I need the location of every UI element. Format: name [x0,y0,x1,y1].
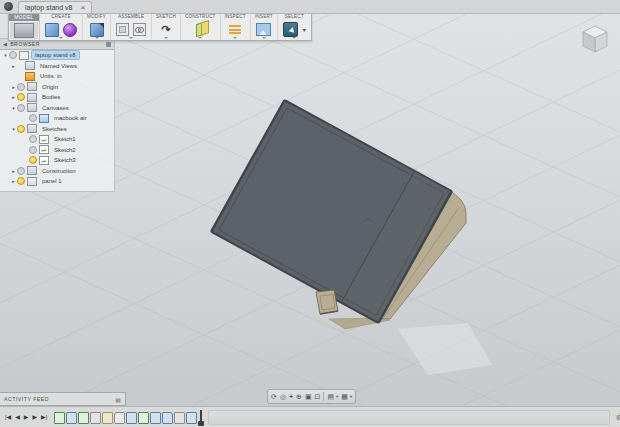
visibility-bulb-icon[interactable] [17,167,25,175]
visibility-bulb-icon[interactable] [29,146,37,154]
item-label: Sketch2 [51,146,79,154]
go-to-start-button[interactable]: |◀ [4,411,12,424]
browser-item-macbook-air[interactable]: macbook air [0,113,114,124]
visibility-bulb-icon[interactable] [9,51,17,59]
new-component-icon[interactable] [116,23,129,36]
expand-caret-icon[interactable]: ▾ [2,52,9,58]
timeline-settings-icon[interactable]: ⚙ [616,414,620,422]
group-label[interactable]: MODIFY [83,13,110,21]
visibility-bulb-icon[interactable] [17,93,25,101]
folder-icon [27,93,37,102]
browser-item-named-views[interactable]: ▸ Named Views [0,61,114,72]
step-forward-button[interactable]: ▶ [31,411,38,424]
main-toolbar: MODEL CREATE MODIFY ASSEMBLE [8,13,312,41]
browser-collapse-icon[interactable]: ◀ [3,41,7,47]
timeline-feature[interactable] [66,412,77,424]
timeline-feature[interactable] [138,412,149,424]
zoom-window-icon[interactable] [315,391,321,402]
timeline-feature[interactable] [150,412,161,424]
press-pull-icon[interactable] [90,23,104,37]
visibility-bulb-icon[interactable] [29,156,37,164]
zoom-icon[interactable] [296,391,302,402]
browser-item-units[interactable]: Units: in [0,71,114,82]
measure-icon[interactable] [229,25,241,34]
activity-feed-icon[interactable]: ▤ [115,396,121,403]
browser-item-origin[interactable]: ▸ Origin [0,82,114,93]
browser-item-bodies[interactable]: ▸ Bodies [0,92,114,103]
group-label[interactable]: INSPECT [221,13,250,21]
folder-icon [27,124,37,133]
workspace-switcher[interactable]: MODEL [9,13,40,40]
navigation-bar: ▾ ▾ [267,389,356,404]
browser-item-sketches[interactable]: ▾ Sketches [0,124,114,135]
activity-feed-bar[interactable]: ACTIVITY FEED ▤ [0,392,126,406]
visibility-bulb-icon[interactable] [17,125,25,133]
display-settings-icon[interactable] [327,391,334,402]
browser-item-panel1[interactable]: ▸ panel 1 [0,176,114,187]
viewport-3d[interactable]: MODEL CREATE MODIFY ASSEMBLE [0,13,620,406]
timeline-feature[interactable] [186,412,197,424]
orbit-icon[interactable] [271,391,277,402]
timeline-feature[interactable] [126,412,137,424]
timeline-feature[interactable] [162,412,173,424]
item-label: Bodies [39,93,63,101]
tab-close-icon[interactable]: × [80,3,85,12]
timeline-track[interactable] [208,410,609,425]
expand-caret-icon[interactable]: ▸ [10,178,17,184]
expand-caret-icon[interactable]: ▸ [10,63,17,69]
browser-options-icon[interactable] [106,42,111,47]
select-icon[interactable] [283,22,298,37]
document-tab[interactable]: laptop stand v8× [18,1,92,13]
group-label[interactable]: CREATE [40,13,82,21]
box-icon[interactable] [45,23,59,37]
play-button[interactable]: ▶ [23,411,30,424]
expand-caret-icon[interactable]: ▾ [10,105,17,111]
browser-item-sketch3[interactable]: Sketch3 [0,155,114,166]
timeline-feature[interactable] [90,412,101,424]
activity-feed-label: ACTIVITY FEED [4,396,115,402]
browser-item-construction[interactable]: ▸ Construction [0,166,114,177]
joint-icon[interactable] [133,23,146,36]
timeline-feature[interactable] [54,412,65,424]
pan-icon[interactable] [289,391,293,402]
group-label[interactable]: CONSTRUCT [181,13,220,21]
group-label[interactable]: INSERT [251,13,277,21]
workspace-button[interactable] [10,22,38,39]
construction-plane-icon[interactable] [196,22,204,38]
visibility-bulb-icon[interactable] [17,104,25,112]
visibility-bulb-icon[interactable] [17,83,25,91]
expand-caret-icon[interactable]: ▸ [10,84,17,90]
group-label[interactable]: SKETCH [152,13,180,21]
timeline-feature[interactable] [102,412,113,424]
timeline-playhead[interactable] [200,410,202,425]
go-to-end-button[interactable]: ▶| [40,411,48,424]
toolbar-group-sketch: SKETCH ↷ [152,13,181,40]
insert-canvas-icon[interactable] [256,23,271,36]
visibility-bulb-icon[interactable] [29,114,37,122]
view-cube[interactable] [576,21,614,59]
create-sketch-icon[interactable]: ↷ [161,24,170,35]
timeline-feature[interactable] [174,412,185,424]
visibility-bulb-icon[interactable] [17,177,25,185]
browser-item-canvases[interactable]: ▾ Canvases [0,103,114,114]
sphere-icon[interactable] [63,23,77,37]
expand-caret-icon[interactable]: ▸ [10,94,17,100]
group-label[interactable]: ASSEMBLE [111,13,151,21]
display-settings-caret-icon[interactable]: ▾ [336,394,338,399]
ground-reflection [398,323,492,375]
fit-icon[interactable] [305,391,312,402]
expand-caret-icon[interactable]: ▸ [10,168,17,174]
browser-item-sketch1[interactable]: Sketch1 [0,134,114,145]
timeline-feature[interactable] [114,412,125,424]
timeline-feature[interactable] [78,412,89,424]
group-label[interactable]: SELECT [278,13,311,21]
grid-settings-caret-icon[interactable]: ▾ [350,394,352,399]
browser-item-root[interactable]: ▾ laptop stand v8 [0,50,114,61]
grid-settings-icon[interactable] [341,391,348,402]
select-dropdown-caret-icon[interactable]: ▾ [303,26,306,33]
expand-caret-icon[interactable]: ▾ [10,126,17,132]
browser-item-sketch2[interactable]: Sketch2 [0,145,114,156]
look-at-icon[interactable] [280,391,286,402]
visibility-bulb-icon[interactable] [29,135,37,143]
step-back-button[interactable]: ◀ [14,411,21,424]
